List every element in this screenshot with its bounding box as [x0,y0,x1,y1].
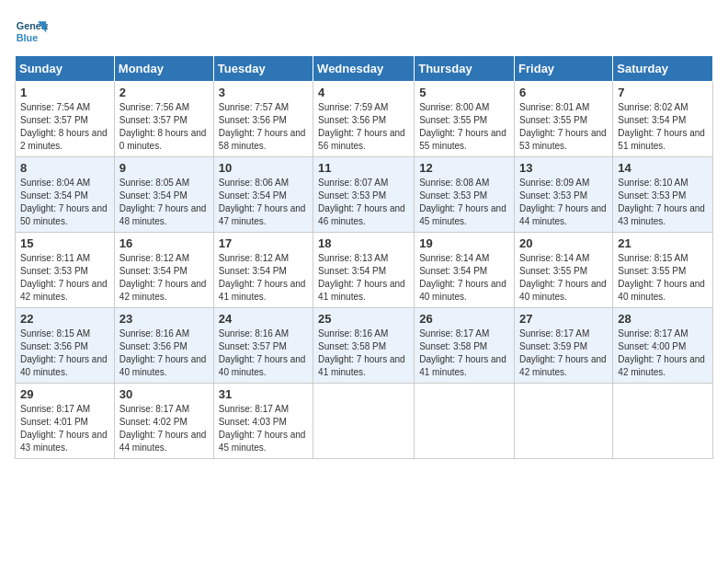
day-info: Sunrise: 8:14 AM Sunset: 3:54 PM Dayligh… [419,252,509,304]
day-cell-29: 29 Sunrise: 8:17 AM Sunset: 4:01 PM Dayl… [16,384,115,459]
day-cell-23: 23 Sunrise: 8:16 AM Sunset: 3:56 PM Dayl… [114,308,213,384]
day-number: 23 [119,312,209,326]
day-header-thursday: Thursday [415,56,515,82]
week-row-3: 15 Sunrise: 8:11 AM Sunset: 3:53 PM Dayl… [16,233,713,308]
empty-cell [415,384,515,459]
day-info: Sunrise: 8:16 AM Sunset: 3:56 PM Dayligh… [119,327,209,379]
day-number: 12 [419,161,509,175]
day-info: Sunrise: 8:08 AM Sunset: 3:53 PM Dayligh… [419,177,509,228]
day-cell-20: 20 Sunrise: 8:14 AM Sunset: 3:55 PM Dayl… [515,233,613,308]
day-number: 13 [519,161,608,175]
day-info: Sunrise: 8:12 AM Sunset: 3:54 PM Dayligh… [219,252,308,304]
day-info: Sunrise: 8:01 AM Sunset: 3:55 PM Dayligh… [519,101,608,153]
day-info: Sunrise: 7:54 AM Sunset: 3:57 PM Dayligh… [20,101,109,153]
day-number: 15 [20,236,109,250]
day-info: Sunrise: 8:02 AM Sunset: 3:54 PM Dayligh… [618,101,708,153]
day-info: Sunrise: 8:17 AM Sunset: 4:03 PM Dayligh… [219,403,308,454]
day-info: Sunrise: 8:13 AM Sunset: 3:54 PM Dayligh… [318,252,409,304]
day-cell-1: 1 Sunrise: 7:54 AM Sunset: 3:57 PM Dayli… [16,82,115,157]
day-header-sunday: Sunday [16,56,115,82]
day-info: Sunrise: 7:59 AM Sunset: 3:56 PM Dayligh… [318,101,409,153]
day-cell-8: 8 Sunrise: 8:04 AM Sunset: 3:54 PM Dayli… [16,157,115,233]
day-number: 4 [318,86,409,99]
day-info: Sunrise: 8:17 AM Sunset: 4:00 PM Dayligh… [618,327,708,379]
day-info: Sunrise: 8:14 AM Sunset: 3:55 PM Dayligh… [519,252,608,304]
day-number: 5 [419,86,509,99]
week-row-2: 8 Sunrise: 8:04 AM Sunset: 3:54 PM Dayli… [16,157,713,233]
day-cell-9: 9 Sunrise: 8:05 AM Sunset: 3:54 PM Dayli… [114,157,213,233]
day-info: Sunrise: 8:16 AM Sunset: 3:57 PM Dayligh… [219,327,308,379]
day-number: 29 [20,387,109,401]
day-cell-3: 3 Sunrise: 7:57 AM Sunset: 3:56 PM Dayli… [213,82,313,157]
day-cell-24: 24 Sunrise: 8:16 AM Sunset: 3:57 PM Dayl… [213,308,313,384]
day-number: 11 [318,161,409,175]
week-row-5: 29 Sunrise: 8:17 AM Sunset: 4:01 PM Dayl… [16,384,713,459]
day-number: 8 [20,161,109,175]
day-header-monday: Monday [114,56,213,82]
day-number: 20 [519,236,608,250]
page-header: General Blue [15,15,713,48]
day-cell-27: 27 Sunrise: 8:17 AM Sunset: 3:59 PM Dayl… [515,308,613,384]
day-number: 10 [219,161,308,175]
svg-text:Blue: Blue [17,32,38,43]
day-number: 6 [519,86,608,99]
week-row-4: 22 Sunrise: 8:15 AM Sunset: 3:56 PM Dayl… [16,308,713,384]
day-info: Sunrise: 8:04 AM Sunset: 3:54 PM Dayligh… [20,177,109,228]
day-cell-13: 13 Sunrise: 8:09 AM Sunset: 3:53 PM Dayl… [515,157,613,233]
day-info: Sunrise: 8:00 AM Sunset: 3:55 PM Dayligh… [419,101,509,153]
day-cell-6: 6 Sunrise: 8:01 AM Sunset: 3:55 PM Dayli… [515,82,613,157]
day-info: Sunrise: 8:06 AM Sunset: 3:54 PM Dayligh… [219,177,308,228]
logo: General Blue [15,15,51,48]
day-info: Sunrise: 8:16 AM Sunset: 3:58 PM Dayligh… [318,327,409,379]
day-number: 18 [318,236,409,250]
day-number: 3 [219,86,308,99]
day-info: Sunrise: 8:09 AM Sunset: 3:53 PM Dayligh… [519,177,608,228]
calendar-table: SundayMondayTuesdayWednesdayThursdayFrid… [15,55,713,459]
day-cell-14: 14 Sunrise: 8:10 AM Sunset: 3:53 PM Dayl… [613,157,713,233]
day-cell-11: 11 Sunrise: 8:07 AM Sunset: 3:53 PM Dayl… [313,157,415,233]
day-header-wednesday: Wednesday [313,56,415,82]
day-number: 16 [119,236,209,250]
day-number: 25 [318,312,409,326]
empty-cell [313,384,415,459]
day-number: 2 [119,86,209,99]
day-info: Sunrise: 8:07 AM Sunset: 3:53 PM Dayligh… [318,177,409,228]
day-cell-25: 25 Sunrise: 8:16 AM Sunset: 3:58 PM Dayl… [313,308,415,384]
day-info: Sunrise: 8:15 AM Sunset: 3:55 PM Dayligh… [618,252,708,304]
day-header-tuesday: Tuesday [213,56,313,82]
day-info: Sunrise: 8:12 AM Sunset: 3:54 PM Dayligh… [119,252,209,304]
day-cell-22: 22 Sunrise: 8:15 AM Sunset: 3:56 PM Dayl… [16,308,115,384]
week-row-1: 1 Sunrise: 7:54 AM Sunset: 3:57 PM Dayli… [16,82,713,157]
day-cell-5: 5 Sunrise: 8:00 AM Sunset: 3:55 PM Dayli… [415,82,515,157]
empty-cell [515,384,613,459]
day-number: 1 [20,86,109,99]
day-info: Sunrise: 8:17 AM Sunset: 3:58 PM Dayligh… [419,327,509,379]
day-number: 17 [219,236,308,250]
day-cell-10: 10 Sunrise: 8:06 AM Sunset: 3:54 PM Dayl… [213,157,313,233]
calendar-body: 1 Sunrise: 7:54 AM Sunset: 3:57 PM Dayli… [16,82,713,459]
day-number: 9 [119,161,209,175]
day-cell-30: 30 Sunrise: 8:17 AM Sunset: 4:02 PM Dayl… [114,384,213,459]
logo-icon: General Blue [15,15,48,48]
day-header-saturday: Saturday [613,56,713,82]
day-cell-18: 18 Sunrise: 8:13 AM Sunset: 3:54 PM Dayl… [313,233,415,308]
day-info: Sunrise: 7:56 AM Sunset: 3:57 PM Dayligh… [119,101,209,153]
day-cell-28: 28 Sunrise: 8:17 AM Sunset: 4:00 PM Dayl… [613,308,713,384]
day-number: 24 [219,312,308,326]
day-header-friday: Friday [515,56,613,82]
day-info: Sunrise: 8:05 AM Sunset: 3:54 PM Dayligh… [119,177,209,228]
day-number: 19 [419,236,509,250]
calendar-header-row: SundayMondayTuesdayWednesdayThursdayFrid… [16,56,713,82]
day-number: 28 [618,312,708,326]
day-number: 31 [219,387,308,401]
day-number: 21 [618,236,708,250]
day-cell-17: 17 Sunrise: 8:12 AM Sunset: 3:54 PM Dayl… [213,233,313,308]
day-cell-26: 26 Sunrise: 8:17 AM Sunset: 3:58 PM Dayl… [415,308,515,384]
day-info: Sunrise: 8:17 AM Sunset: 3:59 PM Dayligh… [519,327,608,379]
day-cell-19: 19 Sunrise: 8:14 AM Sunset: 3:54 PM Dayl… [415,233,515,308]
day-cell-7: 7 Sunrise: 8:02 AM Sunset: 3:54 PM Dayli… [613,82,713,157]
day-cell-15: 15 Sunrise: 8:11 AM Sunset: 3:53 PM Dayl… [16,233,115,308]
day-info: Sunrise: 7:57 AM Sunset: 3:56 PM Dayligh… [219,101,308,153]
day-info: Sunrise: 8:17 AM Sunset: 4:01 PM Dayligh… [20,403,109,454]
day-cell-31: 31 Sunrise: 8:17 AM Sunset: 4:03 PM Dayl… [213,384,313,459]
